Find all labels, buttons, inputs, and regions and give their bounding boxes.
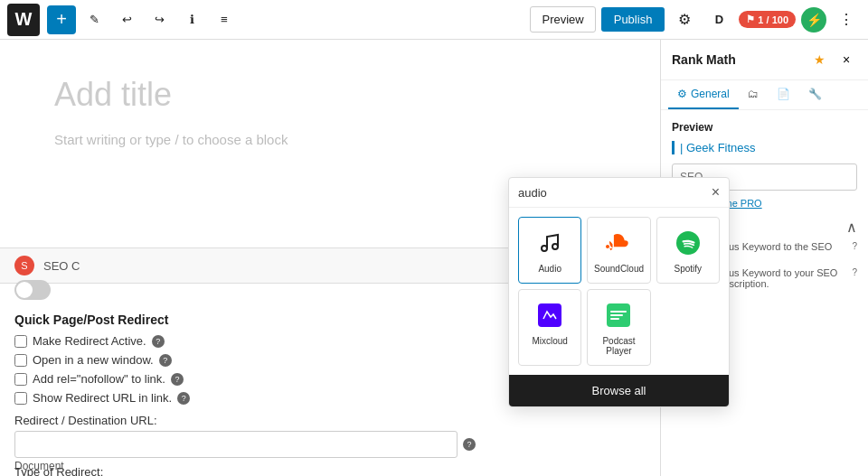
bolt-button[interactable]: ⚡ [801,7,826,33]
checkbox-url-label: Show Redirect URL in link. [33,391,172,405]
checkbox-url-input[interactable] [14,392,27,405]
redirect-url-label: Redirect / Destination URL: [14,414,653,427]
pencil-icon: ✎ [90,13,99,26]
audio-label: Audio [538,264,561,274]
tab3-icon: 📄 [777,88,790,100]
help-icon-1[interactable]: ? [152,335,165,348]
rank-math-title: Rank Math [672,52,736,67]
audio-icon [533,227,566,259]
list-icon: ≡ [221,13,228,26]
redirect-toggle[interactable] [14,280,51,300]
block-item-audio[interactable]: Audio [518,217,581,284]
seo-bar-label: SEO C [43,259,80,273]
block-search-popup: × Audio SoundCloud [508,177,730,407]
editor-area: Add title Start writing or type / to cho… [0,40,868,476]
block-item-soundcloud[interactable]: SoundCloud [587,217,650,284]
rm-tabs: ⚙ General 🗂 📄 🔧 [661,80,868,110]
d-icon-button[interactable]: D [704,5,733,34]
bolt-icon: ⚡ [807,13,822,27]
block-search-close-button[interactable]: × [712,185,720,200]
checkbox-nofollow-label: Add rel="nofollow" to link. [33,372,165,386]
tab2-icon: 🗂 [748,88,759,100]
soundcloud-icon [602,227,635,259]
main-toolbar: W + ✎ ↩ ↪ ℹ ≡ Preview Publish ⚙ D ⚑ 1 / … [0,0,868,40]
d-letter-icon: D [715,13,723,26]
add-block-button[interactable]: + [47,5,76,34]
help-icon-4[interactable]: ? [177,392,190,405]
block-search-grid: Audio SoundCloud Spotify [509,208,729,375]
mixcloud-icon [533,299,566,331]
rank-badge[interactable]: ⚑ 1 / 100 [739,11,796,28]
plus-icon: + [56,9,67,30]
general-tab-label: General [691,88,730,100]
rm-header-icons: ★ × [808,49,857,70]
block-item-mixcloud[interactable]: Mixcloud [518,289,581,366]
rm-star-button[interactable]: ★ [808,49,830,70]
type-of-redirect-label: Type of Redirect: [14,465,653,476]
undo-icon: ↩ [122,13,132,26]
block-item-podcast-player[interactable]: Podcast Player [587,289,650,366]
rm-collapse-button[interactable]: ∧ [846,219,857,236]
browse-all-button[interactable]: Browse all [509,375,729,406]
block-search-input[interactable] [518,186,706,200]
bs-search-row: × [509,178,729,208]
soundcloud-label: SoundCloud [594,264,644,274]
tab-general[interactable]: ⚙ General [668,80,739,109]
checkbox-active-label: Make Redirect Active. [33,334,146,348]
more-options-button[interactable]: ⋮ [832,5,861,34]
rank-score: 1 / 100 [758,14,788,25]
preview-button[interactable]: Preview [530,6,595,33]
list-view-button[interactable]: ≡ [210,5,239,34]
rank-math-header: Rank Math ★ × [661,40,868,80]
spotify-icon [672,227,704,259]
help-icon-2[interactable]: ? [159,354,172,367]
tab-3[interactable]: 📄 [768,80,799,109]
wp-logo: W [7,4,40,36]
publish-button[interactable]: Publish [601,7,665,32]
podcast-player-label: Podcast Player [593,336,644,356]
info-icon: ℹ [190,13,194,26]
redirect-url-input[interactable] [14,431,458,458]
editor-body-placeholder[interactable]: Start writing or type / to choose a bloc… [54,132,606,147]
info-button[interactable]: ℹ [177,5,206,34]
tab-4[interactable]: 🔧 [799,80,831,109]
spotify-label: Spotify [675,264,703,274]
rm-close-button[interactable]: × [835,49,857,70]
block-item-spotify[interactable]: Spotify [656,217,720,284]
mixcloud-label: Mixcloud [532,336,567,346]
undo-button[interactable]: ↩ [112,5,141,34]
checkbox-nofollow-input[interactable] [14,373,27,386]
podcast-player-icon [602,299,635,331]
help-icon-3[interactable]: ? [171,373,184,386]
gear-icon: ⚙ [678,11,691,28]
redo-icon: ↪ [155,13,165,26]
flag-icon: ⚑ [746,14,755,25]
svg-point-0 [542,246,547,251]
tab4-icon: 🔧 [808,88,822,100]
editor-title-placeholder[interactable]: Add title [54,76,606,114]
rm-help-2[interactable]: ? [852,267,857,277]
checkbox-window-label: Open in a new window. [33,353,154,367]
checkbox-window-input[interactable] [14,354,27,367]
redo-button[interactable]: ↪ [145,5,174,34]
general-tab-icon: ⚙ [677,88,687,100]
help-icon-url[interactable]: ? [463,438,476,451]
checkbox-active-input[interactable] [14,335,27,348]
rm-help-1[interactable]: ? [852,241,857,251]
rm-preview-title: Preview [672,121,857,134]
rm-preview-link[interactable]: | Geek Fitness [672,141,857,154]
settings-button[interactable]: ⚙ [670,5,699,34]
dots-icon: ⋮ [839,11,854,28]
svg-point-1 [552,244,558,249]
tab-2[interactable]: 🗂 [739,80,768,109]
seo-bar-icon: S [14,256,34,275]
document-label: Document [14,460,64,472]
pencil-button[interactable]: ✎ [80,5,108,34]
